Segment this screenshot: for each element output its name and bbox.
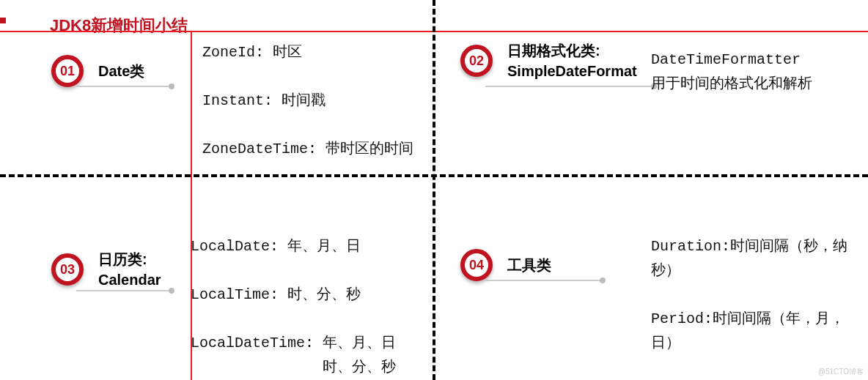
quadrant-03: 03 日历类: Calendar LocalDate: 年、月、日 LocalT… — [51, 234, 422, 290]
quadrant-02: 02 日期格式化类: SimpleDateFormat DateTimeForm… — [460, 40, 868, 81]
content-04: Duration:时间间隔（秒，纳秒） Period:时间间隔（年，月，日） C… — [651, 234, 868, 380]
line: ZoneDateTime: 带时区的时间 — [202, 137, 413, 161]
quadrant-01: 01 Date类 ZoneId: 时区 Instant: 时间戳 ZoneDat… — [51, 40, 422, 87]
line: LocalDate: 年、月、日 — [191, 234, 396, 258]
heading-text-02: 日期格式化类: SimpleDateFormat — [507, 40, 637, 81]
connector-02 — [485, 86, 654, 87]
heading-text-01: Date类 — [98, 61, 144, 81]
line: 时、分、秒 — [191, 355, 396, 379]
heading-line: SimpleDateFormat — [507, 61, 637, 81]
line: LocalDateTime: 年、月、日 — [191, 331, 396, 355]
line: Instant: 时间戳 — [202, 89, 413, 113]
connector-04 — [485, 280, 603, 281]
heading-text-03: 日历类: Calendar — [98, 249, 161, 290]
badge-01: 01 — [51, 55, 84, 87]
badge-03: 03 — [51, 253, 84, 286]
badge-04: 04 — [460, 249, 493, 281]
quadrant-04: 04 工具类 Duration:时间间隔（秒，纳秒） Period:时间间隔（年… — [460, 234, 868, 281]
line: 用于时间的格式化和解析 — [651, 72, 812, 96]
page-title: JDK8新增时间小结 — [50, 15, 188, 37]
line: ZoneId: 时区 — [202, 40, 413, 64]
watermark: @51CTO博客 — [818, 367, 864, 377]
heading-line: 日历类: — [98, 249, 161, 269]
content-02: DateTimeFormatter 用于时间的格式化和解析 — [651, 48, 812, 96]
heading-line: 日期格式化类: — [507, 40, 637, 61]
line: Duration:时间间隔（秒，纳秒） — [651, 234, 868, 283]
line: Period:时间间隔（年，月，日） — [651, 307, 868, 355]
connector-03 — [76, 290, 172, 291]
content-03: LocalDate: 年、月、日 LocalTime: 时、分、秒 LocalD… — [191, 234, 396, 379]
horizontal-dash-divider — [0, 174, 868, 177]
line: DateTimeFormatter — [651, 48, 812, 72]
accent-square — [0, 18, 6, 23]
line: LocalTime: 时、分、秒 — [191, 283, 396, 307]
content-01: ZoneId: 时区 Instant: 时间戳 ZoneDateTime: 带时… — [202, 40, 413, 161]
heading-text-04: 工具类 — [507, 255, 551, 275]
vertical-dash-divider — [433, 0, 435, 380]
badge-02: 02 — [460, 45, 493, 77]
connector-01 — [76, 86, 172, 87]
heading-line: Calendar — [98, 269, 161, 290]
